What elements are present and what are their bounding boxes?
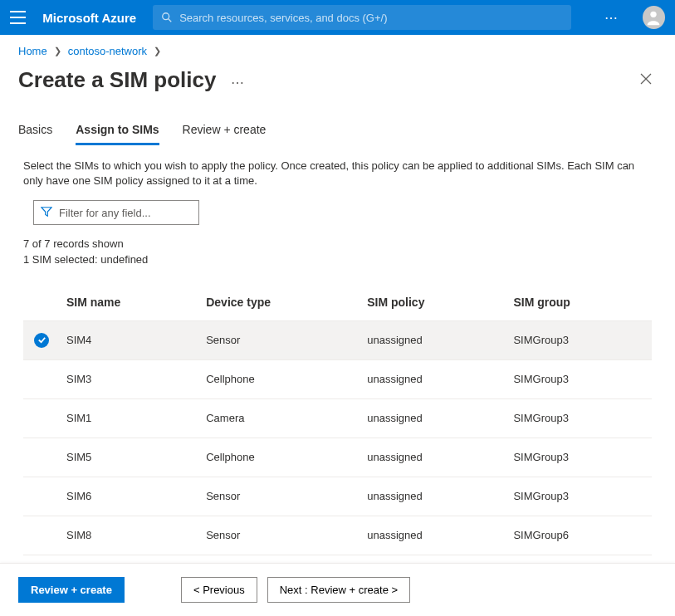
filter-input[interactable]	[59, 207, 192, 219]
chevron-right-icon: ❯	[154, 46, 161, 56]
previous-button[interactable]: < Previous	[181, 577, 257, 603]
row-select-cell[interactable]	[23, 359, 60, 398]
close-icon[interactable]	[635, 68, 657, 93]
tab-basics[interactable]: Basics	[18, 123, 52, 145]
page-header: Create a SIM policy ⋯	[0, 64, 675, 93]
cell-sim-name: SIM1	[60, 398, 199, 438]
review-create-button[interactable]: Review + create	[18, 577, 125, 603]
tab-description: Select the SIMs to which you wish to app…	[0, 145, 675, 188]
table-row[interactable]: SIM3CellphoneunassignedSIMGroup3	[23, 359, 652, 398]
hamburger-icon[interactable]	[10, 11, 26, 24]
global-search-input[interactable]	[179, 12, 563, 24]
table-row[interactable]: SIM8SensorunassignedSIMGroup6	[23, 516, 652, 555]
page-actions-icon[interactable]: ⋯	[231, 76, 244, 90]
svg-point-2	[651, 12, 657, 17]
svg-point-0	[163, 13, 169, 20]
cell-sim-policy: unassigned	[360, 555, 506, 563]
cell-device-type: Sensor	[199, 516, 360, 555]
records-summary: 7 of 7 records shown 1 SIM selected: und…	[0, 225, 675, 266]
search-icon	[161, 12, 173, 23]
cell-sim-name: SIM3	[60, 359, 199, 398]
cell-sim-policy: unassigned	[360, 359, 506, 398]
row-select-cell[interactable]	[23, 438, 60, 477]
col-select	[23, 287, 60, 321]
table-row[interactable]: SIM1CameraunassignedSIMGroup3	[23, 398, 652, 438]
breadcrumb-home[interactable]: Home	[18, 45, 47, 57]
wizard-footer: Review + create < Previous Next : Review…	[0, 563, 675, 616]
sim-table-area: SIM name Device type SIM policy SIM grou…	[0, 267, 675, 563]
svg-line-1	[169, 19, 172, 22]
col-sim-group[interactable]: SIM group	[506, 287, 652, 321]
cell-sim-name: SIM7	[60, 555, 199, 563]
cell-sim-policy: unassigned	[360, 516, 506, 555]
cell-device-type: Cellphone	[199, 359, 360, 398]
tab-review-create[interactable]: Review + create	[183, 123, 267, 145]
brand-label[interactable]: Microsoft Azure	[42, 11, 136, 25]
cell-sim-group: SIMGroup3	[506, 438, 652, 477]
check-icon	[34, 333, 49, 348]
cell-sim-name: SIM5	[60, 438, 199, 477]
cell-sim-policy: unassigned	[360, 320, 506, 359]
cell-sim-group: SIMGroup3	[506, 359, 652, 398]
row-select-cell[interactable]	[23, 477, 60, 516]
filter-icon	[41, 206, 52, 220]
row-select-cell[interactable]	[23, 555, 60, 563]
page-title: Create a SIM policy	[18, 67, 216, 92]
sim-table: SIM name Device type SIM policy SIM grou…	[23, 287, 652, 563]
cell-sim-policy: unassigned	[360, 438, 506, 477]
cell-sim-group: SIMGroup3	[506, 477, 652, 516]
cell-device-type: Camera	[199, 398, 360, 438]
cell-sim-group: SIMGroup6	[506, 555, 652, 563]
table-row[interactable]: SIM5CellphoneunassignedSIMGroup3	[23, 438, 652, 477]
cell-device-type: Cellphone	[199, 438, 360, 477]
cell-sim-name: SIM4	[60, 320, 199, 359]
avatar[interactable]	[643, 6, 665, 29]
tab-bar: Basics Assign to SIMs Review + create	[0, 93, 675, 145]
table-row[interactable]: SIM4SensorunassignedSIMGroup3	[23, 320, 652, 359]
row-select-cell[interactable]	[23, 320, 60, 359]
cell-device-type: Sensor	[199, 477, 360, 516]
filter-field[interactable]	[33, 200, 199, 225]
next-button[interactable]: Next : Review + create >	[267, 577, 410, 603]
table-row[interactable]: SIM6SensorunassignedSIMGroup3	[23, 477, 652, 516]
cell-sim-name: SIM8	[60, 516, 199, 555]
more-menu-icon[interactable]: ⋯	[604, 10, 619, 26]
cell-sim-name: SIM6	[60, 477, 199, 516]
breadcrumb-resource[interactable]: contoso-network	[68, 45, 147, 57]
cell-sim-policy: unassigned	[360, 477, 506, 516]
cell-sim-policy: unassigned	[360, 398, 506, 438]
global-search[interactable]	[153, 5, 571, 30]
col-device-type[interactable]: Device type	[199, 287, 360, 321]
top-navbar: Microsoft Azure ⋯	[0, 0, 675, 35]
cell-device-type: Cellphone	[199, 555, 360, 563]
cell-sim-group: SIMGroup3	[506, 320, 652, 359]
row-select-cell[interactable]	[23, 516, 60, 555]
cell-sim-group: SIMGroup6	[506, 516, 652, 555]
records-count: 7 of 7 records shown	[23, 237, 652, 252]
table-row[interactable]: SIM7CellphoneunassignedSIMGroup6	[23, 555, 652, 563]
col-sim-policy[interactable]: SIM policy	[360, 287, 506, 321]
tab-assign-sims[interactable]: Assign to SIMs	[76, 123, 159, 145]
breadcrumb: Home ❯ contoso-network ❯	[0, 35, 675, 64]
cell-sim-group: SIMGroup3	[506, 398, 652, 438]
col-sim-name[interactable]: SIM name	[60, 287, 199, 321]
selection-count: 1 SIM selected: undefined	[23, 252, 652, 267]
chevron-right-icon: ❯	[54, 46, 61, 56]
cell-device-type: Sensor	[199, 320, 360, 359]
row-select-cell[interactable]	[23, 398, 60, 438]
